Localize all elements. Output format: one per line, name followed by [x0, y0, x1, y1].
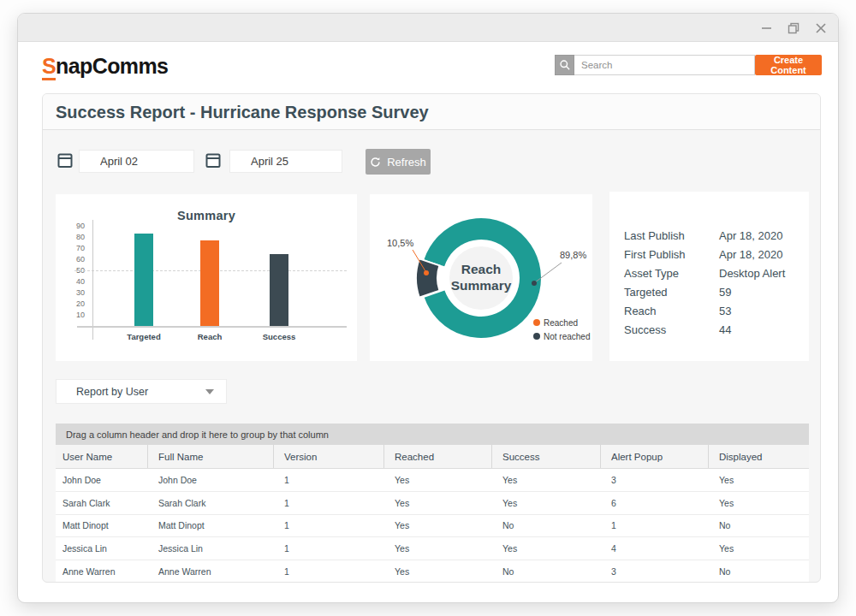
calendar-icon-to[interactable] — [205, 152, 223, 169]
stat-value: Apr 18, 2020 — [719, 229, 782, 242]
column-header-displayed[interactable]: Displayed — [709, 445, 809, 468]
app-header: SnapComms Create Content — [18, 43, 838, 93]
y-axis-line — [92, 220, 93, 340]
bar-chart-plot: 102030405060708090TargetedReachSuccess — [56, 194, 357, 361]
close-icon[interactable] — [813, 21, 829, 36]
y-axis-tick: 10 — [66, 311, 85, 319]
table-cell: No — [492, 515, 601, 537]
screen: SnapComms Create Content Success Report … — [0, 0, 856, 616]
minimize-icon[interactable] — [758, 21, 774, 36]
x-label-success: Success — [245, 332, 313, 341]
chevron-down-icon — [205, 389, 214, 394]
table-cell: Yes — [384, 515, 492, 537]
table-cell: 1 — [274, 469, 384, 491]
restore-icon[interactable] — [786, 21, 801, 36]
page-title: Success Report - Hurricane Response Surv… — [43, 94, 820, 130]
report-type-dropdown[interactable]: Report by User — [56, 379, 227, 404]
date-to-input[interactable] — [229, 150, 342, 173]
date-from-input[interactable] — [79, 150, 194, 173]
stat-value: 59 — [719, 286, 731, 299]
stat-value: 44 — [719, 323, 731, 336]
table-row[interactable]: Anne WarrenAnne Warren1YesNo3No — [56, 560, 809, 583]
table-cell: Yes — [709, 537, 809, 560]
publish-stats-card: Last PublishApr 18, 2020First PublishApr… — [609, 192, 809, 361]
table-cell: Yes — [384, 537, 492, 560]
table-cell: 1 — [274, 515, 384, 537]
stat-row-first-publish: First PublishApr 18, 2020 — [624, 245, 809, 264]
table-cell: Anne Warren — [148, 560, 274, 583]
table-cell: 3 — [601, 560, 709, 583]
bar-targeted — [134, 234, 153, 326]
y-axis-tick: 70 — [66, 244, 85, 252]
logo-s: S — [42, 54, 56, 80]
y-axis-tick: 40 — [66, 277, 85, 286]
x-label-reach: Reach — [175, 332, 244, 341]
user-report-grid: Drag a column header and drop it here to… — [56, 424, 809, 583]
table-cell: Yes — [492, 469, 601, 491]
table-cell: 3 — [601, 469, 709, 491]
app-window: SnapComms Create Content Success Report … — [17, 13, 839, 603]
table-cell: Jessica Lin — [56, 537, 148, 560]
column-header-version[interactable]: Version — [274, 445, 384, 468]
table-cell: Matt Dinopt — [56, 515, 148, 537]
y-axis-tick: 20 — [66, 299, 85, 308]
refresh-icon — [370, 157, 381, 168]
table-cell: No — [709, 515, 809, 537]
slice-label-reached: 89,8% — [560, 250, 586, 260]
grid-header-row: User NameFull NameVersionReachedSuccessA… — [56, 445, 809, 469]
table-row[interactable]: Sarah ClarkSarah Clark1YesYes6Yes — [56, 492, 809, 515]
donut-chart: ReachSummary10,5%89,8%ReachedNot reached — [370, 194, 592, 361]
y-axis-tick: 90 — [66, 222, 85, 230]
stat-row-asset-type: Asset TypeDesktop Alert — [624, 264, 809, 282]
table-cell: 1 — [274, 492, 384, 514]
table-cell: Yes — [709, 469, 809, 491]
table-cell: Jessica Lin — [148, 537, 274, 560]
column-header-reached[interactable]: Reached — [384, 445, 492, 468]
logo-rest: napComms — [56, 54, 168, 78]
calendar-icon-from[interactable] — [57, 152, 74, 169]
dropdown-selected-value: Report by User — [76, 386, 205, 398]
table-cell: Matt Dinopt — [148, 515, 274, 537]
window-controls — [758, 14, 829, 42]
table-cell: John Doe — [148, 469, 274, 491]
table-cell: Yes — [492, 537, 601, 560]
stat-row-success: Success44 — [624, 320, 809, 339]
stat-label: Asset Type — [624, 267, 719, 280]
table-cell: John Doe — [56, 469, 148, 491]
table-row[interactable]: Matt DinoptMatt Dinopt1YesNo1No — [56, 515, 809, 538]
refresh-button[interactable]: Refresh — [366, 149, 431, 175]
create-content-button[interactable]: Create Content — [755, 55, 822, 75]
summary-bar-chart-card: Summary 102030405060708090TargetedReachS… — [56, 194, 357, 361]
stat-label: Reach — [624, 305, 719, 317]
slice-label-not-reached: 10,5% — [387, 238, 413, 248]
search-icon[interactable] — [555, 55, 574, 75]
table-cell: Yes — [492, 492, 601, 514]
leader-dot-not-reached — [424, 270, 429, 275]
legend-dot-not-reached — [533, 333, 540, 340]
report-panel: Success Report - Hurricane Response Surv… — [42, 93, 821, 583]
stat-label: First Publish — [624, 248, 719, 261]
legend-label-reached: Reached — [544, 318, 578, 328]
group-by-drop-zone[interactable]: Drag a column header and drop it here to… — [56, 424, 809, 445]
search-input[interactable] — [574, 55, 755, 75]
column-header-success[interactable]: Success — [492, 445, 601, 468]
stat-label: Targeted — [624, 286, 719, 299]
table-cell: 4 — [601, 537, 709, 560]
stat-label: Success — [624, 323, 719, 336]
column-header-full-name[interactable]: Full Name — [148, 445, 274, 468]
legend-dot-reached — [533, 319, 540, 326]
column-header-user-name[interactable]: User Name — [56, 445, 148, 468]
column-header-alert-popup[interactable]: Alert Popup — [601, 445, 709, 468]
table-cell: 1 — [274, 560, 384, 583]
table-cell: 6 — [601, 492, 709, 514]
y-axis-tick: 80 — [66, 233, 85, 241]
x-axis-line — [77, 326, 347, 328]
stat-value: Apr 18, 2020 — [719, 248, 782, 261]
table-row[interactable]: Jessica LinJessica Lin1YesYes4Yes — [56, 537, 809, 560]
table-row[interactable]: John DoeJohn Doe1YesYes3Yes — [56, 469, 809, 492]
stat-row-targeted: Targeted59 — [624, 282, 809, 301]
reach-summary-donut-card: ReachSummary10,5%89,8%ReachedNot reached — [370, 194, 592, 361]
table-cell: Yes — [384, 560, 492, 583]
leader-dot-reached — [532, 281, 537, 286]
stat-row-last-publish: Last PublishApr 18, 2020 — [624, 226, 809, 245]
